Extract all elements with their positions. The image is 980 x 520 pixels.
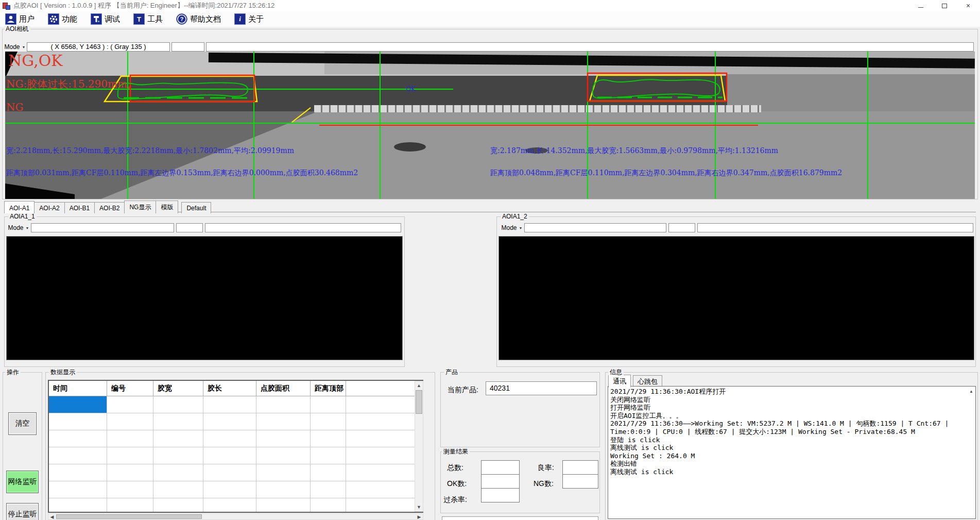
panel1-image[interactable]	[6, 236, 403, 360]
network-listen-button[interactable]: 网络监听	[6, 471, 39, 493]
toolbar-item-tools[interactable]: T 工具	[133, 13, 163, 25]
table-cell[interactable]	[256, 498, 311, 513]
table-hscrollbar[interactable]: ◀ ▶	[48, 513, 423, 520]
ok-count-field[interactable]	[481, 474, 520, 489]
table-cell[interactable]	[346, 481, 422, 498]
panel2-field-2[interactable]	[668, 223, 695, 232]
table-cell[interactable]	[203, 396, 256, 413]
table-row[interactable]	[49, 498, 422, 513]
table-cell[interactable]	[256, 464, 311, 481]
table-cell[interactable]	[346, 464, 422, 481]
col-glue-area[interactable]: 点胶面积	[256, 381, 311, 396]
table-cell[interactable]	[153, 396, 203, 413]
scroll-up-icon[interactable]: ▲	[415, 381, 423, 390]
table-cell[interactable]	[256, 430, 311, 447]
table-cell[interactable]	[107, 413, 153, 430]
stop-listen-button[interactable]: 停止监听	[6, 503, 39, 520]
table-vscrollbar[interactable]: ▲ ▼	[415, 381, 423, 512]
table-cell[interactable]	[49, 464, 107, 481]
toolbar-item-about[interactable]: i 关于	[234, 13, 264, 25]
panel1-field-1[interactable]	[31, 223, 174, 232]
table-cell[interactable]	[346, 447, 422, 464]
table-cell[interactable]	[311, 413, 346, 430]
table-row[interactable]	[49, 430, 422, 447]
tab-comms[interactable]: 通讯	[608, 375, 631, 388]
panel1-mode-dropdown[interactable]: Mode▼	[7, 223, 30, 232]
ng-count-field[interactable]	[562, 474, 598, 489]
table-cell[interactable]	[203, 464, 256, 481]
table-cell[interactable]	[49, 481, 107, 498]
panel2-field-1[interactable]	[524, 223, 666, 232]
overkill-field[interactable]	[481, 488, 520, 502]
table-row[interactable]	[49, 396, 422, 413]
table-row[interactable]	[49, 413, 422, 430]
tab-aoi-a1[interactable]: AOI-A1	[4, 201, 35, 213]
table-cell[interactable]	[346, 396, 422, 413]
panel2-mode-dropdown[interactable]: Mode▼	[501, 223, 523, 232]
table-cell[interactable]	[203, 481, 256, 498]
col-time[interactable]: 时间	[49, 381, 107, 396]
table-cell[interactable]	[49, 498, 107, 513]
minimize-button[interactable]	[909, 0, 933, 11]
tab-default[interactable]: Default	[181, 202, 211, 213]
table-cell[interactable]	[153, 498, 203, 513]
table-cell[interactable]	[256, 447, 311, 464]
camera-image[interactable]: NG,OK NG:胶体过长:15.290mm, NG OK 宽:2.218mm,…	[5, 52, 975, 199]
table-cell[interactable]	[49, 430, 107, 447]
table-cell[interactable]	[256, 396, 311, 413]
log-scroll-up-icon[interactable]: ▲	[968, 388, 974, 394]
panel2-image[interactable]	[498, 236, 974, 360]
scroll-right-icon[interactable]: ▶	[416, 514, 423, 519]
total-field[interactable]	[481, 460, 520, 475]
table-cell[interactable]	[256, 413, 311, 430]
table-row[interactable]	[49, 447, 422, 464]
table-cell[interactable]	[107, 396, 153, 413]
scroll-down-icon[interactable]: ▼	[415, 503, 423, 511]
table-cell[interactable]	[256, 481, 311, 498]
table-cell[interactable]	[49, 413, 107, 430]
table-cell[interactable]	[107, 447, 153, 464]
camera-field-3[interactable]	[206, 42, 974, 52]
table-cell[interactable]	[346, 498, 422, 513]
close-button[interactable]: ×	[956, 0, 980, 11]
col-dist-top[interactable]: 距离顶部	[311, 381, 346, 396]
table-cell[interactable]	[203, 413, 256, 430]
table-cell[interactable]	[311, 430, 346, 447]
pixel-readout-field[interactable]: ( X 6568, Y 1463 ) : ( Gray 135 )	[27, 42, 170, 52]
tab-template[interactable]: 模版	[156, 200, 178, 213]
clear-button[interactable]: 清空	[8, 412, 37, 435]
tab-aoi-b1[interactable]: AOI-B1	[64, 202, 95, 213]
tab-ng-display[interactable]: NG显示	[124, 200, 156, 213]
table-cell[interactable]	[311, 498, 346, 513]
table-cell[interactable]	[311, 464, 346, 481]
table-cell[interactable]	[153, 447, 203, 464]
panel1-field-2[interactable]	[176, 223, 203, 232]
comms-log[interactable]: 2021/7/29 11:36:30:AOI程序打开 关闭网络监听 打开网络监听…	[608, 386, 976, 519]
current-product-field[interactable]: 40231	[486, 381, 597, 395]
table-cell[interactable]	[311, 447, 346, 464]
col-glue-width[interactable]: 胶宽	[153, 381, 203, 396]
scroll-left-icon[interactable]: ◀	[48, 514, 56, 519]
table-cell[interactable]	[107, 464, 153, 481]
table-cell[interactable]	[203, 498, 256, 513]
maximize-button[interactable]	[933, 0, 956, 11]
tab-aoi-a2[interactable]: AOI-A2	[34, 202, 64, 213]
panel1-field-3[interactable]	[205, 223, 401, 232]
panel2-field-3[interactable]	[697, 223, 973, 232]
table-cell[interactable]	[153, 430, 203, 447]
table-cell[interactable]	[311, 481, 346, 498]
table-cell[interactable]	[153, 413, 203, 430]
table-cell[interactable]	[203, 447, 256, 464]
toolbar-item-function[interactable]: 功能	[48, 13, 77, 25]
table-cell[interactable]	[153, 481, 203, 498]
yield-field[interactable]	[562, 460, 598, 475]
hscroll-thumb[interactable]	[56, 514, 202, 519]
table-cell[interactable]	[107, 481, 153, 498]
toolbar-item-debug[interactable]: 调试	[91, 13, 120, 25]
table-row[interactable]	[49, 481, 422, 498]
table-cell[interactable]	[346, 413, 422, 430]
table-cell[interactable]	[107, 430, 153, 447]
camera-field-2[interactable]	[171, 42, 204, 52]
table-cell[interactable]	[153, 464, 203, 481]
table-cell[interactable]	[311, 396, 346, 413]
